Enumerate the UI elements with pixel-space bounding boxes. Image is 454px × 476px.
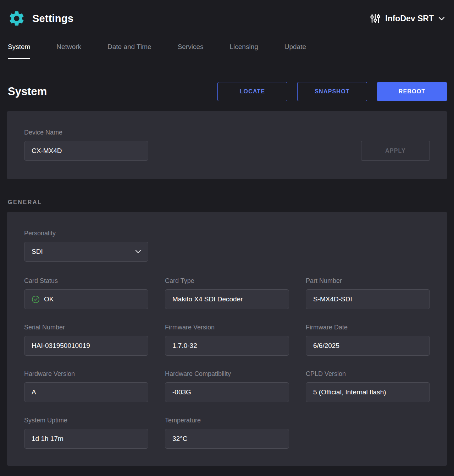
field-label: Part Number <box>306 277 430 285</box>
field-label: Serial Number <box>24 324 148 331</box>
field-card-type: Card Type Makito X4 SDI Decoder <box>165 277 289 309</box>
field-label: Card Type <box>165 277 289 285</box>
field-temperature: Temperature 32°C <box>165 417 289 449</box>
page-actions: LOCATE SNAPSHOT REBOOT <box>217 82 447 101</box>
personality-label: Personality <box>24 230 430 237</box>
field-value-box: Makito X4 SDI Decoder <box>165 289 289 309</box>
field-label: CPLD Version <box>306 370 430 378</box>
tab-update[interactable]: Update <box>284 37 306 59</box>
device-name-field: Device Name <box>24 129 148 161</box>
tab-services[interactable]: Services <box>178 37 204 59</box>
field-part-number: Part Number S-MX4D-SDI <box>306 277 430 309</box>
field-cpld-version: CPLD Version 5 (Official, Internal flash… <box>306 370 430 402</box>
field-label: Hardware Version <box>24 370 148 378</box>
field-value: A <box>32 388 36 396</box>
app-title: Settings <box>32 13 73 24</box>
device-selector[interactable]: InfoDev SRT <box>370 13 445 24</box>
page-head: System LOCATE SNAPSHOT REBOOT <box>0 82 454 101</box>
field-label: Firmware Version <box>165 324 289 331</box>
field-value: HAI-031950010019 <box>32 342 90 350</box>
general-fields-grid: Card Status OK Card Type Makito X4 SDI D… <box>24 277 430 449</box>
field-value-box: 1d 1h 17m <box>24 429 148 449</box>
field-value: 1.7.0-32 <box>172 342 197 350</box>
page-title: System <box>8 85 47 98</box>
tab-licensing[interactable]: Licensing <box>229 37 258 59</box>
device-name-card: Device Name APPLY <box>7 111 447 179</box>
chevron-down-icon <box>438 17 445 21</box>
device-selector-label: InfoDev SRT <box>385 14 434 23</box>
tab-system[interactable]: System <box>8 37 30 59</box>
field-label: Firmware Date <box>306 324 430 331</box>
check-circle-icon <box>32 295 40 303</box>
field-firmware-version: Firmware Version 1.7.0-32 <box>165 324 289 356</box>
field-value-box: 6/6/2025 <box>306 336 430 356</box>
reboot-button[interactable]: REBOOT <box>377 82 447 101</box>
device-name-input[interactable] <box>24 141 148 161</box>
field-value-box: -003G <box>165 382 289 402</box>
field-value: 6/6/2025 <box>313 342 339 350</box>
sliders-icon <box>370 13 381 24</box>
locate-button[interactable]: LOCATE <box>217 82 287 101</box>
field-hardware-compatibility: Hardware Compatibility -003G <box>165 370 289 402</box>
tab-network[interactable]: Network <box>56 37 81 59</box>
field-value-box: 5 (Official, Internal flash) <box>306 382 430 402</box>
chevron-down-icon <box>135 250 141 253</box>
field-hardware-version: Hardware Version A <box>24 370 148 402</box>
personality-select[interactable]: SDI <box>24 242 148 262</box>
header: Settings InfoDev SRT <box>0 0 454 37</box>
personality-select-value: SDI <box>32 248 43 256</box>
field-value-box: 1.7.0-32 <box>165 336 289 356</box>
field-value: S-MX4D-SDI <box>313 295 352 303</box>
field-value: Makito X4 SDI Decoder <box>172 295 243 303</box>
general-section-label: GENERAL <box>8 199 446 206</box>
settings-page: Settings InfoDev SRT System Network Dat <box>0 0 454 466</box>
field-card-status: Card Status OK <box>24 277 148 309</box>
field-value-box: A <box>24 382 148 402</box>
tab-date-and-time[interactable]: Date and Time <box>107 37 151 59</box>
field-value-box: HAI-031950010019 <box>24 336 148 356</box>
field-system-uptime: System Uptime 1d 1h 17m <box>24 417 148 449</box>
general-card: Personality SDI Card Status <box>7 212 447 466</box>
header-left: Settings <box>8 10 73 27</box>
field-value: 1d 1h 17m <box>32 435 63 443</box>
apply-button[interactable]: APPLY <box>361 141 430 161</box>
settings-tabs: System Network Date and Time Services Li… <box>0 37 454 59</box>
field-label: Hardware Compatibility <box>165 370 289 378</box>
field-value-box: 32°C <box>165 429 289 449</box>
field-firmware-date: Firmware Date 6/6/2025 <box>306 324 430 356</box>
field-label: Card Status <box>24 277 148 285</box>
snapshot-button[interactable]: SNAPSHOT <box>297 82 367 101</box>
field-value: -003G <box>172 388 191 396</box>
field-value: OK <box>44 295 54 303</box>
field-serial-number: Serial Number HAI-031950010019 <box>24 324 148 356</box>
field-value: 32°C <box>172 435 187 443</box>
field-label: Temperature <box>165 417 289 424</box>
field-label: System Uptime <box>24 417 148 424</box>
field-value-box: S-MX4D-SDI <box>306 289 430 309</box>
gear-icon <box>8 10 26 27</box>
device-name-label: Device Name <box>24 129 148 136</box>
field-value-box: OK <box>24 289 148 309</box>
field-value: 5 (Official, Internal flash) <box>313 388 386 396</box>
personality-field: Personality SDI <box>24 230 430 262</box>
